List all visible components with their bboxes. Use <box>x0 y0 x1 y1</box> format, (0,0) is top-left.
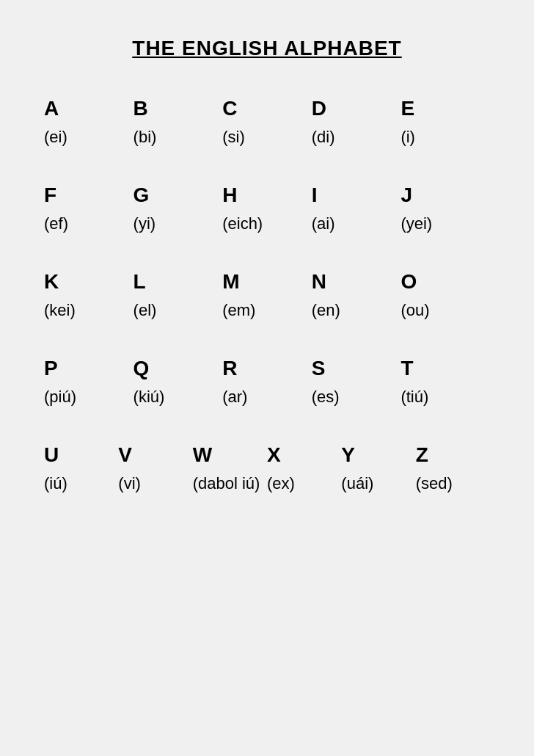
pronunciation-2-4: (ou) <box>400 301 429 320</box>
pronunciation-3-3: (es) <box>312 388 340 407</box>
pronunciation-0-3: (di) <box>312 128 335 147</box>
letter-C: C <box>222 97 237 120</box>
row-group-3: KLMNO(kei)(el)(em)(en)(ou) <box>44 270 490 320</box>
pron-cell-4-1: (vi) <box>118 474 192 493</box>
letter-cell-4-5: Z <box>416 443 490 467</box>
letter-M: M <box>222 270 239 294</box>
pronunciations-row-4: (piú)(kiú)(ar)(es)(tiú) <box>44 388 490 407</box>
letter-G: G <box>134 183 150 207</box>
pron-cell-3-3: (es) <box>312 388 401 407</box>
page-title: THE ENGLISH ALPHABET <box>44 37 490 60</box>
pronunciation-0-4: (i) <box>400 128 415 147</box>
alphabet-grid: ABCDE(ei)(bi)(si)(di)(i)FGHIJ(ef)(yi)(ei… <box>44 97 490 530</box>
letter-cell-1-4: J <box>400 183 490 207</box>
pronunciation-0-1: (bi) <box>134 128 157 147</box>
letter-U: U <box>44 443 59 467</box>
pronunciation-1-1: (yi) <box>134 214 156 233</box>
letter-cell-1-3: I <box>312 183 401 207</box>
pronunciations-row-2: (ef)(yi)(eich)(ai)(yei) <box>44 214 490 233</box>
pronunciation-0-0: (ei) <box>44 128 67 147</box>
pron-cell-3-2: (ar) <box>222 388 312 407</box>
pronunciation-4-2: (dabol iú) <box>193 474 260 493</box>
letter-cell-0-4: E <box>400 97 490 120</box>
pronunciations-row-3: (kei)(el)(em)(en)(ou) <box>44 301 490 320</box>
pronunciations-row-5: (iú)(vi)(dabol iú)(ex)(uái)(sed) <box>44 474 490 493</box>
pron-cell-0-3: (di) <box>312 128 401 147</box>
row-group-1: ABCDE(ei)(bi)(si)(di)(i) <box>44 97 490 147</box>
pronunciation-0-2: (si) <box>222 128 245 147</box>
letter-N: N <box>312 270 326 294</box>
letter-cell-4-0: U <box>44 443 118 467</box>
pron-cell-3-0: (piú) <box>44 388 134 407</box>
pronunciation-4-0: (iú) <box>44 474 67 493</box>
pron-cell-4-2: (dabol iú) <box>193 474 267 493</box>
letter-X: X <box>267 443 281 467</box>
letter-cell-2-2: M <box>222 270 312 294</box>
pron-cell-0-0: (ei) <box>44 128 134 147</box>
letter-J: J <box>400 183 412 207</box>
letters-row-5: UVWXYZ <box>44 443 490 467</box>
row-group-2: FGHIJ(ef)(yi)(eich)(ai)(yei) <box>44 183 490 233</box>
letter-cell-2-3: N <box>312 270 401 294</box>
pronunciation-4-5: (sed) <box>416 474 453 493</box>
pron-cell-4-3: (ex) <box>267 474 341 493</box>
pron-cell-0-4: (i) <box>400 128 490 147</box>
letter-cell-0-1: B <box>134 97 223 120</box>
pron-cell-1-2: (eich) <box>222 214 312 233</box>
pron-cell-4-4: (uái) <box>341 474 415 493</box>
letter-A: A <box>44 97 59 120</box>
row-group-5: UVWXYZ(iú)(vi)(dabol iú)(ex)(uái)(sed) <box>44 443 490 493</box>
pronunciation-3-4: (tiú) <box>400 388 428 407</box>
page: THE ENGLISH ALPHABET ABCDE(ei)(bi)(si)(d… <box>0 0 534 756</box>
letter-cell-1-1: G <box>134 183 223 207</box>
letter-cell-2-0: K <box>44 270 134 294</box>
letter-cell-1-2: H <box>222 183 312 207</box>
letter-cell-3-4: T <box>400 357 490 380</box>
pronunciation-3-2: (ar) <box>222 388 247 407</box>
pron-cell-2-2: (em) <box>222 301 312 320</box>
letter-Z: Z <box>416 443 428 467</box>
pron-cell-1-3: (ai) <box>312 214 401 233</box>
letter-F: F <box>44 183 56 207</box>
pron-cell-1-0: (ef) <box>44 214 134 233</box>
letter-S: S <box>312 357 326 380</box>
pron-cell-2-3: (en) <box>312 301 401 320</box>
letter-cell-2-1: L <box>134 270 223 294</box>
letter-D: D <box>312 97 326 120</box>
pron-cell-2-1: (el) <box>134 301 223 320</box>
letter-B: B <box>134 97 148 120</box>
pronunciation-3-1: (kiú) <box>134 388 165 407</box>
pronunciation-4-1: (vi) <box>118 474 141 493</box>
letter-cell-3-3: S <box>312 357 401 380</box>
letter-cell-4-4: Y <box>341 443 415 467</box>
letter-cell-4-2: W <box>193 443 267 467</box>
pronunciation-2-2: (em) <box>222 301 255 320</box>
pron-cell-2-4: (ou) <box>400 301 490 320</box>
letter-Y: Y <box>341 443 355 467</box>
pron-cell-1-1: (yi) <box>134 214 223 233</box>
letter-T: T <box>400 357 413 380</box>
pron-cell-4-5: (sed) <box>416 474 490 493</box>
pronunciation-1-4: (yei) <box>400 214 432 233</box>
letters-row-4: PQRST <box>44 357 490 380</box>
pron-cell-4-0: (iú) <box>44 474 118 493</box>
letter-cell-1-0: F <box>44 183 134 207</box>
pronunciation-1-0: (ef) <box>44 214 68 233</box>
pronunciation-1-3: (ai) <box>312 214 335 233</box>
letters-row-3: KLMNO <box>44 270 490 294</box>
pronunciation-3-0: (piú) <box>44 388 76 407</box>
letter-cell-0-2: C <box>222 97 312 120</box>
letter-cell-3-1: Q <box>134 357 223 380</box>
letter-cell-0-0: A <box>44 97 134 120</box>
letter-L: L <box>134 270 146 294</box>
letter-P: P <box>44 357 58 380</box>
letter-cell-0-3: D <box>312 97 401 120</box>
pron-cell-2-0: (kei) <box>44 301 134 320</box>
row-group-4: PQRST(piú)(kiú)(ar)(es)(tiú) <box>44 357 490 407</box>
pron-cell-3-1: (kiú) <box>134 388 223 407</box>
letters-row-2: FGHIJ <box>44 183 490 207</box>
letter-E: E <box>400 97 414 120</box>
letter-I: I <box>312 183 318 207</box>
letter-cell-4-3: X <box>267 443 341 467</box>
letter-Q: Q <box>134 357 150 380</box>
